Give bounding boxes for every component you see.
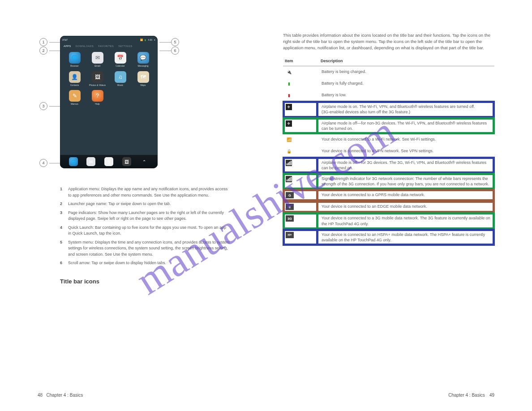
status-bar: AT&T 📶 ▮ 4:30 ▾	[62, 38, 155, 42]
callout-num: 5	[171, 38, 179, 46]
tab[interactable]: SETTINGS	[118, 45, 133, 47]
desc-cell: Your device is connected to a VPN networ…	[319, 146, 494, 157]
help-icon: ?	[92, 90, 103, 102]
desc-cell: Signal‑strength indicator for 3G network…	[319, 173, 494, 189]
app-memos[interactable]: ✎Memos	[64, 90, 85, 106]
chapter-label: Chapter 4 : Basics	[46, 393, 83, 398]
tab[interactable]: APPS	[64, 45, 71, 47]
app-label: Email	[94, 65, 100, 68]
icon-cell: G	[283, 189, 319, 201]
wifi-icon: 📶	[140, 39, 143, 41]
legend-row: 1Application menu: Displays the app name…	[60, 186, 230, 198]
desc-cell: Battery is low.	[319, 90, 494, 101]
icon-cell: H+	[283, 229, 319, 245]
quick-launch-dock: 🌐✉5🖼⌃	[60, 155, 158, 168]
tab[interactable]: FAVORITES	[98, 45, 114, 47]
device-screenshot: AT&T 📶 ▮ 4:30 ▾ APPS DOWNLOADS FAVORITES…	[60, 36, 158, 168]
callout-1: 1	[39, 38, 61, 46]
email-icon[interactable]: ✉	[86, 157, 95, 166]
desc-cell: Battery is fully charged.	[319, 78, 494, 90]
legend-row: 4Quick Launch: Bar containing up to five…	[60, 225, 230, 237]
photos-icon[interactable]: 🖼	[122, 157, 131, 166]
calendar-icon[interactable]: 5	[104, 157, 113, 166]
table-row: Signal‑strength indicator for 3G network…	[283, 173, 494, 189]
desc-cell: Your device is connected to a 3G mobile …	[319, 213, 494, 229]
table-row: ▮Battery is fully charged.	[283, 78, 494, 90]
music-icon: ♫	[115, 71, 126, 83]
legend-text: Scroll arrow: Tap or swipe down to displ…	[68, 260, 166, 266]
battery-low-icon: ▮	[286, 92, 292, 98]
app-calendar[interactable]: 📅Calendar	[110, 52, 130, 68]
legend-row: 5System menu: Displays the time and any …	[60, 240, 230, 258]
col-item: Item	[283, 57, 319, 66]
table-row: Airplane mode is off—for 3G devices. The…	[283, 157, 494, 173]
app-label: Browser	[70, 65, 78, 68]
callout-num: 2	[39, 47, 47, 55]
icon-cell: 🔌	[283, 66, 319, 78]
screenshot-wrap: 1 2 3 4 5 6 AT&T 📶 ▮ 4:30 ▾	[60, 36, 185, 174]
table-row: GYour device is connected to a GPRS mobi…	[283, 189, 494, 201]
table-row: 3GYour device is connected to a 3G mobil…	[283, 213, 494, 229]
wifi-icon: 📶	[286, 137, 292, 143]
legend-number: 6	[60, 260, 68, 266]
photos-icon: 🖼	[92, 71, 103, 83]
page-footer-left: 48 Chapter 4 : Basics	[38, 393, 83, 398]
callout-num: 4	[39, 159, 47, 167]
airplane-off-icon: ✈	[286, 120, 292, 127]
3g-icon: 3G	[286, 215, 294, 222]
icon-cell: ✈	[283, 118, 319, 134]
launcher-tabs: APPS DOWNLOADS FAVORITES SETTINGS	[64, 43, 154, 49]
callout-2: 2	[39, 47, 61, 55]
app-contacts[interactable]: 👤Contacts	[64, 71, 85, 87]
app-maps[interactable]: 🗺Maps	[133, 71, 153, 87]
table-row: H+Your device is connected to an HSPA+ m…	[283, 229, 494, 245]
app-browser[interactable]: 🌐Browser	[64, 52, 85, 68]
browser-icon: 🌐	[69, 52, 81, 64]
table-row: 🔌Battery is being charged.	[283, 66, 494, 78]
browser-icon[interactable]: 🌐	[69, 157, 78, 166]
col-desc: Description	[319, 57, 494, 66]
table-row: ✈Airplane mode is on. The Wi‑Fi, VPN, an…	[283, 101, 494, 117]
app-label: Messaging	[137, 65, 148, 68]
app-photos-videos[interactable]: 🖼Photos & Videos	[87, 71, 107, 87]
legend-row: 3Page indicators: Show how many Launcher…	[60, 210, 230, 222]
app-email[interactable]: ✉Email	[87, 52, 107, 68]
time-label: 4:30	[148, 39, 152, 41]
app-label: Help	[95, 103, 99, 106]
chapter-label: Chapter 4 : Basics	[448, 393, 485, 398]
desc-cell: Airplane mode is off—for 3G devices. The…	[319, 157, 494, 173]
contacts-icon: 👤	[69, 71, 81, 83]
app-grid: 🌐Browser✉Email📅Calendar💬Messaging👤Contac…	[64, 52, 153, 106]
legend-text: System menu: Displays the time and any c…	[68, 240, 230, 258]
page-footer-right: Chapter 4 : Basics 49	[448, 393, 494, 398]
page-number: 48	[38, 393, 43, 398]
vpn-icon: 🔒	[286, 148, 292, 154]
icon-cell: ✈	[283, 101, 319, 117]
tab[interactable]: DOWNLOADS	[76, 45, 94, 47]
icon-cell: ▮	[283, 90, 319, 101]
desc-cell: Airplane mode is off—for non‑3G devices.…	[319, 118, 494, 134]
icon-cell: ▮	[283, 78, 319, 90]
table-row: ▮Battery is low.	[283, 90, 494, 101]
battery-icon: ▮	[145, 39, 146, 41]
desc-cell: Your device is connected to a Wi‑Fi netw…	[319, 134, 494, 146]
up-icon[interactable]: ⌃	[140, 157, 149, 166]
app-help[interactable]: ?Help	[87, 90, 107, 106]
callout-5: 5	[159, 38, 179, 46]
app-label: Music	[117, 84, 123, 87]
app-messaging[interactable]: 💬Messaging	[133, 52, 153, 68]
icon-cell: 📶	[283, 134, 319, 146]
section-title: Title bar icons	[60, 278, 246, 285]
callout-6: 6	[159, 47, 179, 55]
left-column: 1 2 3 4 5 6 AT&T 📶 ▮ 4:30 ▾	[36, 36, 246, 289]
callout-legend: 1Application menu: Displays the app name…	[36, 186, 246, 266]
icon-cell: 3G	[283, 213, 319, 229]
legend-row: 6Scroll arrow: Tap or swipe down to disp…	[60, 260, 230, 266]
desc-cell: Battery is being charged.	[319, 66, 494, 78]
app-music[interactable]: ♫Music	[110, 71, 130, 87]
battery-full-icon: ▮	[286, 81, 292, 87]
table-row: EYour device is connected to an EDGE mob…	[283, 201, 494, 213]
email-icon: ✉	[92, 52, 103, 64]
legend-row: 2Launcher page name: Tap or swipe down t…	[60, 201, 230, 207]
table-row: 🔒Your device is connected to a VPN netwo…	[283, 146, 494, 157]
